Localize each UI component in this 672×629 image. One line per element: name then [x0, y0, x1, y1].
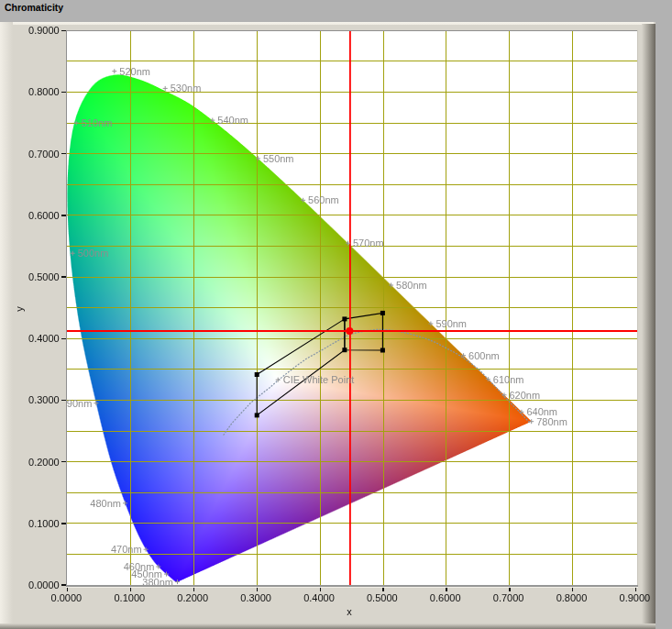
svg-text:570nm: 570nm [353, 237, 384, 248]
svg-text:590nm: 590nm [435, 318, 467, 329]
svg-text:620nm: 620nm [510, 390, 541, 401]
svg-text:0.3000: 0.3000 [240, 592, 271, 603]
svg-text:510nm: 510nm [82, 117, 113, 128]
svg-text:0.7000: 0.7000 [493, 592, 524, 603]
svg-text:0.5000: 0.5000 [367, 592, 398, 603]
svg-text:0.0000: 0.0000 [28, 579, 60, 590]
svg-text:CIE White Point: CIE White Point [283, 374, 355, 385]
svg-text:0.9000: 0.9000 [28, 25, 60, 36]
svg-text:0.1000: 0.1000 [114, 592, 145, 603]
svg-text:0.4000: 0.4000 [303, 592, 335, 603]
svg-text:0.7000: 0.7000 [28, 149, 60, 160]
svg-text:380nm: 380nm [142, 577, 173, 588]
svg-text:600nm: 600nm [468, 350, 500, 361]
svg-text:0.2000: 0.2000 [28, 457, 60, 468]
svg-text:610nm: 610nm [493, 374, 524, 385]
svg-text:0.2000: 0.2000 [177, 592, 208, 603]
svg-text:0.9000: 0.9000 [620, 592, 651, 603]
svg-text:0.8000: 0.8000 [556, 592, 588, 603]
svg-text:0.4000: 0.4000 [28, 333, 60, 344]
svg-text:0.6000: 0.6000 [28, 210, 60, 221]
svg-text:0.0000: 0.0000 [51, 592, 83, 603]
svg-text:470nm: 470nm [111, 544, 142, 555]
svg-text:520nm: 520nm [119, 66, 150, 77]
svg-text:560nm: 560nm [308, 194, 339, 205]
svg-text:780nm: 780nm [536, 416, 567, 427]
svg-text:y: y [14, 306, 25, 312]
svg-text:0.8000: 0.8000 [28, 86, 60, 97]
svg-text:480nm: 480nm [90, 498, 121, 509]
svg-text:550nm: 550nm [263, 153, 294, 164]
svg-text:x: x [347, 606, 352, 617]
svg-text:530nm: 530nm [171, 83, 202, 94]
svg-text:0.1000: 0.1000 [28, 518, 60, 529]
svg-text:580nm: 580nm [396, 280, 427, 291]
svg-text:0.6000: 0.6000 [430, 592, 461, 603]
svg-text:0.3000: 0.3000 [28, 394, 60, 405]
svg-text:500nm: 500nm [78, 248, 109, 259]
svg-text:490nm: 490nm [61, 398, 93, 409]
svg-text:540nm: 540nm [217, 115, 248, 126]
svg-text:0.5000: 0.5000 [28, 271, 60, 282]
